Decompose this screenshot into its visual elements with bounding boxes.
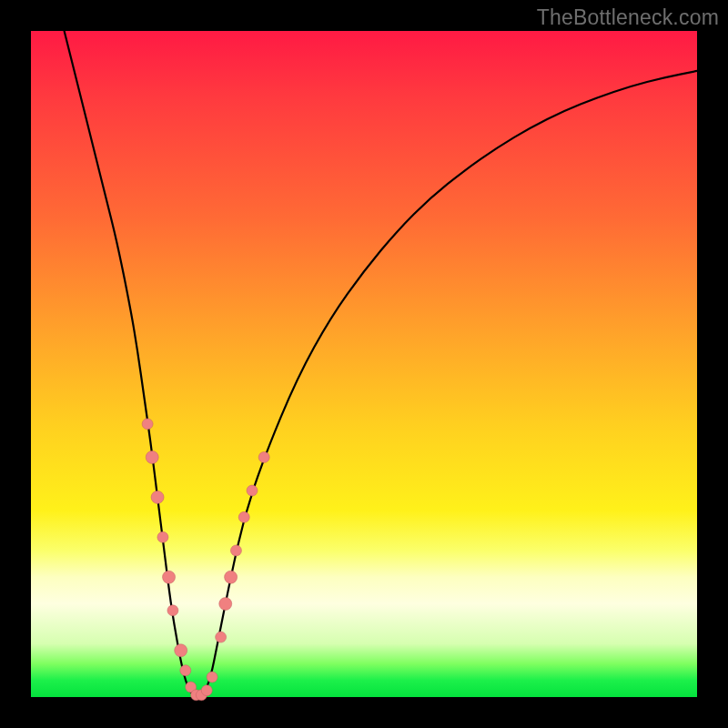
data-dot (167, 605, 178, 616)
data-dot (157, 531, 168, 542)
chart-plot-area (31, 31, 697, 697)
data-dot (219, 598, 232, 611)
data-dot (247, 485, 258, 496)
chart-frame: TheBottleneck.com (0, 0, 728, 728)
data-dots (142, 419, 269, 701)
data-dot (201, 685, 212, 696)
data-dot (238, 511, 249, 522)
data-dot (207, 672, 217, 682)
data-dot (230, 545, 241, 556)
chart-svg (31, 31, 697, 697)
watermark-text: TheBottleneck.com (537, 5, 719, 30)
data-dot (142, 419, 153, 430)
data-dot (151, 490, 164, 503)
data-dot (175, 644, 187, 657)
data-dot (216, 632, 227, 642)
bottleneck-curve (65, 31, 697, 696)
data-dot (180, 665, 191, 676)
data-dot (258, 451, 269, 462)
data-dot (146, 450, 158, 463)
data-dot (225, 571, 238, 583)
data-dot (163, 571, 176, 583)
